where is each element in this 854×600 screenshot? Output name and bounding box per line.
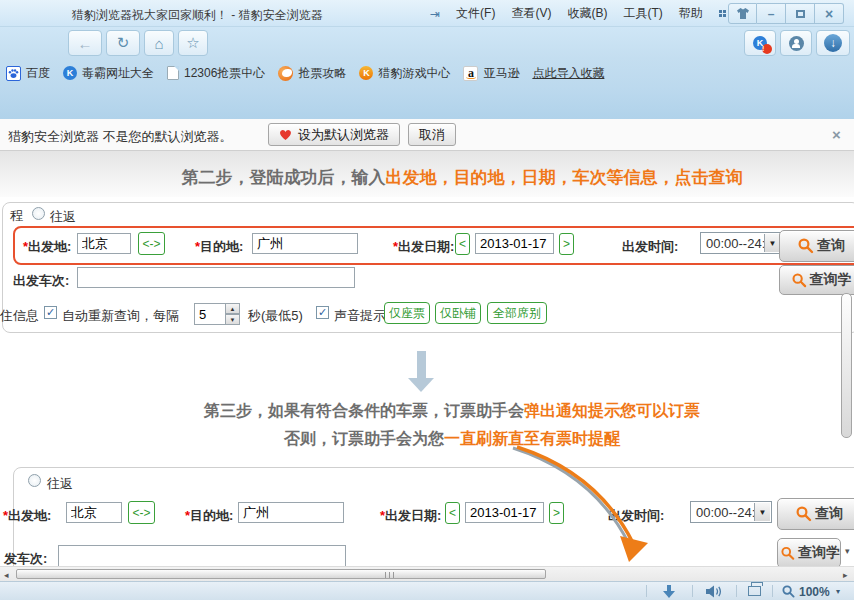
- divider: [736, 585, 737, 597]
- scroll-left-icon[interactable]: ◂: [4, 570, 9, 580]
- date-prev-button[interactable]: <: [455, 233, 470, 255]
- notice-message: 猎豹安全浏览器 不是您的默认浏览器。: [8, 128, 233, 146]
- date-next-button[interactable]: >: [559, 233, 574, 255]
- vertical-scrollbar-thumb[interactable]: [841, 293, 852, 438]
- sleeper-only-button[interactable]: 仅卧铺: [435, 302, 481, 324]
- zoom-level[interactable]: 100%: [799, 585, 830, 599]
- mute-icon[interactable]: [706, 585, 722, 598]
- zoom-dropdown-icon[interactable]: ▾: [836, 587, 840, 596]
- seat-only-button[interactable]: 仅座票: [384, 302, 430, 324]
- from-input[interactable]: [77, 233, 131, 254]
- select-dropdown-icon[interactable]: ▼: [764, 234, 780, 252]
- roundtrip-label-2: 往返: [47, 475, 73, 493]
- interval-input[interactable]: [194, 303, 226, 325]
- to-input[interactable]: [252, 233, 358, 254]
- download-manager-button[interactable]: ↓: [816, 30, 850, 56]
- bookmark-12306[interactable]: 12306抢票中心: [167, 65, 265, 82]
- train-no-input[interactable]: [77, 267, 355, 288]
- star-icon: ☆: [186, 34, 199, 52]
- bookmark-duba[interactable]: K 毒霸网址大全: [63, 65, 154, 82]
- kingsoft-account-icon: K !: [753, 36, 767, 50]
- skin-button[interactable]: [728, 3, 757, 24]
- query-dropdown-icon[interactable]: ▾: [845, 546, 850, 556]
- pin-menu-icon[interactable]: ⇥: [430, 7, 440, 21]
- stepper-up-icon[interactable]: ▲: [226, 303, 240, 314]
- all-classes-button[interactable]: 全部席别: [487, 302, 547, 324]
- trip-type-label-cut: 程: [10, 207, 23, 225]
- query-student-button[interactable]: 查询学: [779, 265, 854, 295]
- close-button[interactable]: ×: [815, 3, 844, 24]
- date-input[interactable]: [475, 233, 554, 254]
- menu-help[interactable]: 帮助: [679, 5, 703, 22]
- privacy-button[interactable]: [780, 30, 812, 56]
- horizontal-scrollbar-thumb[interactable]: [16, 569, 546, 579]
- sound-alert-label: 声音提示: [334, 307, 386, 325]
- search-icon: [781, 546, 795, 561]
- swap-stations-button[interactable]: <->: [138, 232, 165, 255]
- navigation-bar: ← ↻ ⌂ ☆ ✓ www.liebao.cn/12306/in – ☆+ ▾ …: [0, 27, 854, 58]
- favorites-button[interactable]: ☆: [178, 30, 208, 56]
- minimize-button[interactable]: –: [757, 3, 786, 24]
- scroll-right-icon[interactable]: ▸: [843, 570, 848, 580]
- from-input-2[interactable]: [66, 502, 122, 523]
- horizontal-scrollbar[interactable]: ◂ ▸: [0, 566, 854, 581]
- bookmark-ticket-guide[interactable]: 抢票攻略: [278, 65, 346, 82]
- heart-icon: [279, 129, 292, 141]
- sound-alert-checkbox[interactable]: [316, 306, 329, 319]
- swap-stations-button-2[interactable]: <->: [128, 501, 155, 524]
- grid-icon[interactable]: [719, 10, 726, 17]
- refresh-icon: ↻: [117, 34, 130, 52]
- bookmark-baidu[interactable]: 百度: [6, 65, 50, 82]
- query-button-2[interactable]: 查询: [777, 498, 854, 530]
- browser-window: 猎豹浏览器祝大家回家顺利！ - 猎豹安全浏览器 ⇥ 文件(F) 查看(V) 收藏…: [0, 0, 854, 600]
- menu-file[interactable]: 文件(F): [456, 5, 495, 22]
- login-button[interactable]: K !: [744, 30, 776, 56]
- select-dropdown-icon[interactable]: ▼: [754, 503, 770, 521]
- zoom-icon[interactable]: [782, 585, 795, 598]
- date-next-button-2[interactable]: >: [549, 502, 564, 524]
- roundtrip-radio-2[interactable]: [28, 474, 41, 487]
- query-student-button-2[interactable]: 查询学: [777, 538, 841, 566]
- menu-tools[interactable]: 工具(T): [623, 5, 662, 22]
- profile-icon: [789, 36, 804, 51]
- set-default-browser-button[interactable]: 设为默认浏览器: [268, 123, 400, 146]
- back-button[interactable]: ←: [68, 30, 102, 56]
- divider: [772, 585, 773, 597]
- train-no-input-2[interactable]: [58, 545, 346, 566]
- roundtrip-radio[interactable]: [32, 207, 45, 220]
- maximize-icon: [796, 10, 805, 18]
- import-favorites-link[interactable]: 点此导入收藏: [532, 65, 604, 82]
- minimize-icon: –: [768, 7, 775, 21]
- menu-view[interactable]: 查看(V): [511, 5, 551, 22]
- down-arrow-head: [408, 378, 434, 392]
- time-select[interactable]: 00:00--24:00 ▼: [700, 232, 782, 254]
- interval-stepper[interactable]: ▲▼: [194, 303, 240, 325]
- auto-refresh-checkbox[interactable]: [44, 306, 57, 319]
- time-select-2[interactable]: 00:00--24:00 ▼: [690, 501, 772, 523]
- menu-favorites[interactable]: 收藏(B): [567, 5, 607, 22]
- stepper-down-icon[interactable]: ▼: [226, 314, 240, 325]
- cancel-button[interactable]: 取消: [408, 123, 456, 146]
- alert-badge: !: [762, 44, 772, 54]
- to-input-2[interactable]: [238, 502, 344, 523]
- maximize-button[interactable]: [786, 3, 815, 24]
- bookmark-amazon[interactable]: a 亚马逊: [463, 65, 519, 82]
- bookmark-game-center[interactable]: K 猎豹游戏中心: [359, 65, 450, 82]
- down-arrow-graphic: [417, 351, 426, 378]
- query-button[interactable]: 查询: [779, 230, 854, 262]
- date-label: *出发日期:: [393, 238, 454, 256]
- download-icon: ↓: [824, 34, 842, 52]
- home-icon: ⌂: [154, 35, 163, 52]
- amazon-icon: a: [463, 66, 478, 81]
- roundtrip-label: 往返: [50, 208, 76, 226]
- notice-close-icon[interactable]: ×: [832, 126, 841, 143]
- cascade-windows-icon[interactable]: [748, 586, 761, 596]
- to-label: *目的地:: [195, 238, 243, 256]
- home-button[interactable]: ⌂: [144, 30, 174, 56]
- scrollbar-grip: [385, 572, 396, 578]
- refresh-button[interactable]: ↻: [106, 30, 140, 56]
- status-download-icon[interactable]: [662, 585, 676, 598]
- date-input-2[interactable]: [465, 502, 544, 523]
- cheetah-icon: [278, 66, 293, 81]
- date-prev-button-2[interactable]: <: [445, 502, 460, 524]
